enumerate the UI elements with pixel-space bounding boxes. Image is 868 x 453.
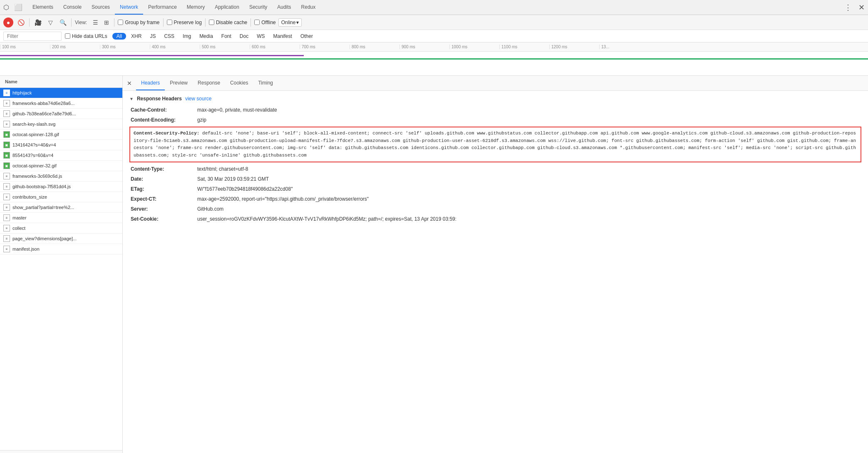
throttle-select[interactable]: Online ▾ [278, 18, 302, 27]
header-name-etag: ETag: [131, 185, 197, 193]
tab-preview[interactable]: Preview [165, 76, 193, 90]
tab-response[interactable]: Response [193, 76, 225, 90]
group-by-frame-checkbox[interactable] [118, 20, 123, 25]
filter-input[interactable] [3, 32, 62, 41]
search-button[interactable]: 🔍 [58, 17, 68, 27]
tab-elements[interactable]: Elements [27, 0, 58, 15]
filter-img-button[interactable]: Img [179, 33, 194, 40]
file-list-item[interactable]: ≡frameworks-abba74d6e28a6... [0, 98, 122, 109]
tab-performance[interactable]: Performance [143, 0, 182, 15]
inspect-icon[interactable]: ⬡ [2, 2, 11, 13]
file-icon: ≡ [3, 204, 10, 211]
file-name-label: 8554143?s=60&v=4 [12, 153, 53, 158]
tab-sources[interactable]: Sources [87, 0, 115, 15]
tick-8: 900 ms [399, 45, 449, 49]
tab-security[interactable]: Security [244, 0, 272, 15]
filter-manifest-button[interactable]: Manifest [270, 33, 295, 40]
camera-button[interactable]: 🎥 [33, 17, 43, 27]
filter-media-button[interactable]: Media [196, 33, 216, 40]
filter-type-buttons: All XHR JS CSS Img Media Font Doc WS Man… [112, 33, 316, 40]
file-list-item[interactable]: ≡show_partial?partial=tree%2... [0, 202, 122, 213]
file-list-item[interactable]: ▣8554143?s=60&v=4 [0, 150, 122, 161]
toolbar-divider-5 [205, 18, 206, 27]
tick-11: 1200 ms [549, 45, 599, 49]
tab-memory[interactable]: Memory [182, 0, 210, 15]
tab-timing[interactable]: Timing [253, 76, 278, 90]
tab-application[interactable]: Application [210, 0, 244, 15]
filter-css-button[interactable]: CSS [161, 33, 178, 40]
tick-5: 600 ms [250, 45, 300, 49]
file-icon: ≡ [3, 100, 10, 107]
filter-font-button[interactable]: Font [218, 33, 235, 40]
file-list-item[interactable]: ▣octocat-spinner-32.gif [0, 161, 122, 171]
header-server: Server: GitHub.com [129, 204, 861, 214]
file-icon: ▣ [3, 152, 10, 159]
filter-other-button[interactable]: Other [297, 33, 316, 40]
file-list-item[interactable]: ≡contributors_size [0, 192, 122, 202]
file-list-item[interactable]: ▣13416424?s=40&v=4 [0, 140, 122, 150]
file-icon: ≡ [3, 194, 10, 200]
file-icon: ≡ [3, 225, 10, 231]
filter-ws-button[interactable]: WS [253, 33, 268, 40]
tick-12: 13... [599, 45, 649, 49]
header-name-server: Server: [131, 205, 197, 213]
tick-7: 800 ms [350, 45, 399, 49]
more-tabs-icon[interactable]: ⋮ [843, 1, 853, 14]
file-list-item[interactable]: ≡master [0, 213, 122, 223]
filter-js-button[interactable]: JS [146, 33, 159, 40]
file-name-label: manifest.json [12, 246, 40, 251]
tab-redux[interactable]: Redux [296, 0, 321, 15]
file-name-label: octocat-spinner-32.gif [12, 163, 57, 168]
tab-headers[interactable]: Headers [136, 76, 165, 90]
tab-network[interactable]: Network [115, 0, 143, 15]
file-list-item[interactable]: ≡manifest.json [0, 244, 122, 254]
file-list-item[interactable]: ≡collect [0, 223, 122, 234]
disable-cache-checkbox-label[interactable]: Disable cache [209, 20, 247, 25]
disable-cache-checkbox[interactable] [209, 20, 214, 25]
file-list-item[interactable]: ≡github-bootstrap-7f581dd4.js [0, 182, 122, 192]
file-icon: ≡ [3, 214, 10, 221]
offline-checkbox-label[interactable]: Offline [254, 20, 275, 25]
hide-data-urls-label[interactable]: Hide data URLs [65, 33, 107, 39]
headers-tabs: ✕ Headers Preview Response Cookies Timin… [123, 76, 868, 91]
tab-console[interactable]: Console [58, 0, 87, 15]
file-name-label: collect [12, 226, 25, 231]
header-name-content-encoding: Content-Encoding: [131, 116, 197, 124]
file-list-item[interactable]: ≡page_view?dimensions[page]... [0, 234, 122, 244]
headers-content: ▼ Response Headers view source Cache-Con… [123, 91, 868, 453]
file-list-item[interactable]: ≡httphijack [0, 88, 122, 98]
preserve-log-checkbox[interactable] [167, 20, 172, 25]
device-icon[interactable]: ⬜ [12, 2, 24, 13]
record-button[interactable]: ● [3, 17, 13, 27]
section-toggle-icon[interactable]: ▼ [129, 97, 134, 101]
tick-6: 700 ms [300, 45, 350, 49]
hide-data-urls-checkbox[interactable] [65, 33, 70, 39]
file-icon: ≡ [3, 90, 10, 96]
file-list-item[interactable]: ≡frameworks-3c669c6d.js [0, 171, 122, 182]
filter-toggle-button[interactable]: ▽ [45, 17, 55, 27]
headers-panel: ✕ Headers Preview Response Cookies Timin… [123, 76, 868, 453]
preserve-log-checkbox-label[interactable]: Preserve log [167, 20, 202, 25]
file-list-item[interactable]: ≡search-key-slash.svg [0, 119, 122, 129]
header-value-etag: W/"f1677eeb70b294818f49086d2a22cd08" [197, 185, 861, 193]
view-list-icon[interactable]: ☰ [91, 18, 100, 27]
close-devtools-icon[interactable]: ✕ [857, 1, 866, 14]
tick-10: 1100 ms [499, 45, 549, 49]
filter-xhr-button[interactable]: XHR [128, 33, 145, 40]
filter-all-button[interactable]: All [112, 33, 126, 40]
tab-cookies[interactable]: Cookies [225, 76, 253, 90]
csp-header-name: Content-Security-Policy: [134, 131, 199, 136]
file-list-item[interactable]: ≡github-7b38ea66ce7a8e79d6... [0, 109, 122, 119]
close-detail-button[interactable]: ✕ [126, 79, 133, 87]
tab-audits[interactable]: Audits [272, 0, 296, 15]
csp-header-box: Content-Security-Policy: default-src 'no… [129, 127, 861, 162]
clear-button[interactable]: 🚫 [16, 17, 26, 27]
group-by-frame-checkbox-label[interactable]: Group by frame [118, 20, 159, 25]
view-grid-icon[interactable]: ⊞ [102, 18, 111, 27]
file-name-label: search-key-slash.svg [12, 122, 55, 127]
offline-checkbox[interactable] [254, 20, 260, 25]
file-icon: ≡ [3, 183, 10, 190]
view-source-link[interactable]: view source [185, 96, 211, 102]
file-list-item[interactable]: ▣octocat-spinner-128.gif [0, 129, 122, 140]
filter-doc-button[interactable]: Doc [236, 33, 252, 40]
